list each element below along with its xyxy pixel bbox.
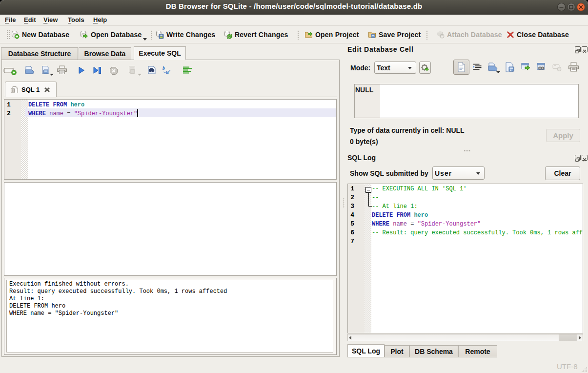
svg-text:b: b	[162, 65, 165, 71]
